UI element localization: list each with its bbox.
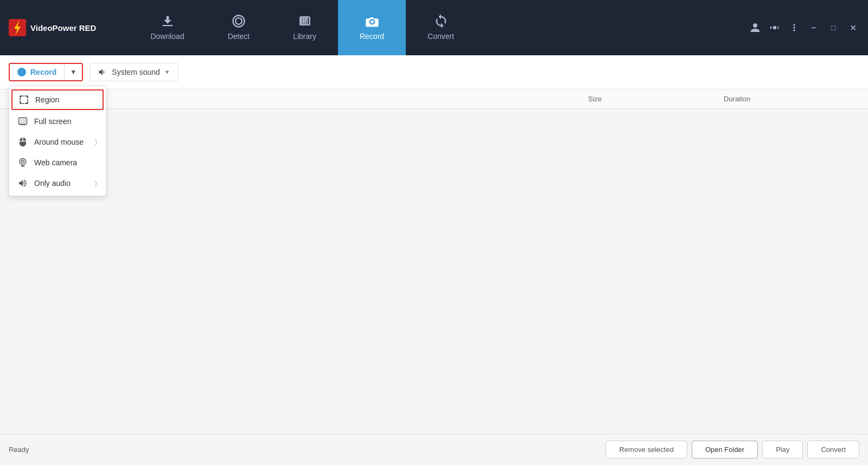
table-header: Size Duration: [0, 89, 868, 109]
dropdown-item-fullscreen[interactable]: Full screen: [9, 111, 106, 132]
convert-icon: [433, 14, 449, 29]
dropdown-item-only-audio[interactable]: Only audio 〉: [9, 173, 106, 193]
download-icon: [160, 14, 175, 29]
record-dropdown-menu: Region Full screen Around mouse 〉: [9, 86, 106, 196]
main-content: Record ▼ System sound ▼: [0, 55, 868, 465]
detect-icon: [231, 14, 246, 29]
dropdown-item-region-label: Region: [35, 95, 59, 104]
record-label: Record: [30, 68, 56, 76]
titlebar: VideoPower RED Download Detect Library: [0, 0, 868, 55]
app-name: VideoPower RED: [30, 23, 96, 33]
dropdown-item-fullscreen-label: Full screen: [34, 117, 71, 126]
tab-record-label: Record: [360, 32, 384, 41]
play-button[interactable]: Play: [762, 441, 803, 458]
tab-detect-label: Detect: [228, 32, 250, 41]
nav-tabs: Download Detect Library: [129, 0, 749, 55]
dropdown-item-web-camera-label: Web camera: [34, 158, 77, 167]
dropdown-item-region[interactable]: Region: [11, 89, 104, 110]
mouse-icon: [18, 137, 28, 147]
record-circle-icon: [17, 68, 26, 76]
maximize-button[interactable]: □: [827, 21, 840, 34]
system-sound-arrow[interactable]: ▼: [164, 69, 170, 75]
user-icon[interactable]: [749, 21, 762, 34]
dropdown-item-web-camera[interactable]: Web camera: [9, 152, 106, 173]
toolbar: Record ▼ System sound ▼: [0, 55, 868, 89]
svg-rect-17: [22, 165, 23, 166]
tab-library-label: Library: [293, 32, 316, 41]
app-logo: VideoPower RED: [9, 19, 96, 36]
around-mouse-arrow: 〉: [95, 138, 97, 146]
bottom-actions: Remove selected Open Folder Play Convert: [605, 441, 859, 458]
record-icon: [365, 14, 380, 29]
svg-point-16: [22, 161, 23, 162]
tab-library[interactable]: Library: [271, 0, 338, 55]
system-sound-label: System sound: [112, 68, 160, 76]
system-sound-button[interactable]: System sound ▼: [90, 63, 178, 81]
tab-convert-label: Convert: [427, 32, 454, 41]
tab-record[interactable]: Record: [338, 0, 406, 55]
convert-button[interactable]: Convert: [807, 441, 859, 458]
dropdown-item-only-audio-label: Only audio: [34, 179, 71, 188]
status-text: Ready: [9, 445, 29, 454]
bottom-bar: Ready Remove selected Open Folder Play C…: [0, 434, 868, 465]
col-header-size: Size: [588, 95, 724, 103]
record-dropdown-button[interactable]: Record ▼: [9, 63, 83, 81]
open-folder-button[interactable]: Open Folder: [692, 441, 758, 458]
svg-rect-13: [20, 119, 26, 124]
close-button[interactable]: ✕: [846, 21, 859, 34]
tab-detect[interactable]: Detect: [206, 0, 271, 55]
record-main[interactable]: Record: [10, 64, 65, 80]
app-logo-icon: [9, 19, 26, 36]
record-dropdown-arrow[interactable]: ▼: [65, 64, 82, 80]
menu-icon[interactable]: [788, 21, 801, 34]
svg-rect-3: [20, 96, 28, 104]
webcam-icon: [18, 158, 28, 167]
dropdown-item-around-mouse[interactable]: Around mouse 〉: [9, 132, 106, 152]
settings-icon[interactable]: [768, 21, 781, 34]
audio-icon: [18, 178, 28, 188]
only-audio-arrow: 〉: [95, 179, 97, 187]
remove-selected-button[interactable]: Remove selected: [605, 441, 687, 458]
col-header-duration: Duration: [724, 95, 859, 103]
region-icon: [19, 95, 29, 105]
tab-convert[interactable]: Convert: [406, 0, 476, 55]
minimize-button[interactable]: −: [807, 21, 820, 34]
dropdown-item-around-mouse-label: Around mouse: [34, 138, 84, 146]
content-area: [0, 109, 868, 434]
fullscreen-icon: [18, 117, 28, 126]
tab-download[interactable]: Download: [129, 0, 206, 55]
speaker-icon: [98, 67, 107, 77]
titlebar-controls: − □ ✕: [749, 21, 859, 34]
library-icon: [297, 14, 312, 29]
tab-download-label: Download: [150, 32, 184, 41]
